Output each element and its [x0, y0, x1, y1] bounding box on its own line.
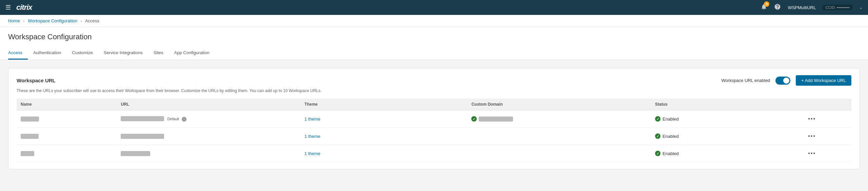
row-2-custom-domain — [467, 128, 651, 145]
col-header-status: Status — [651, 99, 801, 110]
row-3-name: ••••• ••• — [17, 145, 117, 162]
breadcrumb-home[interactable]: Home — [8, 18, 20, 23]
help-icon[interactable] — [774, 3, 781, 12]
tab-service-integrations[interactable]: Service Integrations — [98, 47, 148, 60]
toggle-label: Workspace URL enabled — [722, 78, 770, 83]
row-3-actions: ••• — [801, 145, 851, 162]
row-1-domain-value: •••••••••••••••••••••• — [479, 116, 513, 122]
row-2-more-button[interactable]: ••• — [805, 132, 818, 141]
workspace-url-card: Workspace URL Workspace URL enabled + Ad… — [8, 68, 860, 169]
tabs-container: Access Authentication Customize Service … — [8, 47, 860, 60]
col-header-custom-domain: Custom Domain — [467, 99, 651, 110]
citrix-logo: citrix — [16, 3, 32, 12]
breadcrumb: Home › Workspace Configuration › Access — [0, 15, 868, 27]
col-header-name: Name — [17, 99, 117, 110]
row-2-actions: ••• — [801, 128, 851, 145]
top-navigation: ☰ citrix 8 WSPMultiURL CCID: •••••••••• … — [0, 0, 868, 15]
tab-customize[interactable]: Customize — [66, 47, 98, 60]
row-1-status-text: Enabled — [663, 116, 679, 122]
row-1-actions: ••• — [801, 110, 851, 128]
page-header: Workspace Configuration Access Authentic… — [0, 27, 868, 60]
notification-badge: 8 — [764, 1, 769, 7]
topnav-left: ☰ citrix — [5, 3, 32, 12]
row-3-status-text: Enabled — [663, 151, 679, 156]
row-1-info-icon[interactable]: i — [182, 117, 186, 122]
row-2-theme-link[interactable]: 1 theme — [304, 134, 320, 139]
card-header-right: Workspace URL enabled + Add Workspace UR… — [722, 75, 851, 86]
notifications-icon[interactable]: 8 — [761, 3, 767, 12]
workspace-url-toggle[interactable] — [775, 77, 790, 85]
ccid-display: CCID: •••••••••• — [823, 5, 852, 10]
tab-app-configuration[interactable]: App Configuration — [169, 47, 215, 60]
row-1-status-icon — [655, 116, 660, 122]
table-row: ••••• •••• • •••••••••••••••••••••••••••… — [17, 128, 851, 145]
row-1-name: ••••••• •••• — [17, 110, 117, 128]
breadcrumb-sep-1: › — [23, 18, 24, 23]
row-3-more-button[interactable]: ••• — [805, 149, 818, 158]
row-3-status: Enabled — [651, 145, 801, 162]
row-3-status-icon — [655, 151, 660, 156]
row-1-default-badge: Default — [167, 117, 179, 121]
row-3-url-link[interactable]: ••••••••••••••••••• — [121, 151, 150, 156]
main-content: Workspace URL Workspace URL enabled + Ad… — [0, 60, 868, 177]
username-display[interactable]: WSPMultiURL — [788, 5, 816, 10]
col-header-actions — [801, 99, 851, 110]
card-title: Workspace URL — [17, 78, 56, 83]
row-2-status-icon — [655, 133, 660, 139]
breadcrumb-sep-2: › — [81, 18, 82, 23]
row-2-theme: 1 theme — [300, 128, 467, 145]
row-1-status: Enabled — [651, 110, 801, 128]
workspace-url-table: Name URL Theme Custom Domain Status ••••… — [17, 99, 851, 162]
row-1-more-button[interactable]: ••• — [805, 114, 818, 123]
page-title: Workspace Configuration — [8, 33, 860, 41]
table-header-row: Name URL Theme Custom Domain Status — [17, 99, 851, 110]
col-header-url: URL — [117, 99, 300, 110]
topnav-right: 8 WSPMultiURL CCID: •••••••••• ⌄ — [761, 3, 863, 12]
row-1-theme: 1 theme — [300, 110, 467, 128]
row-2-name: ••••• •••• • — [17, 128, 117, 145]
card-description: These are the URLs your subscriber will … — [17, 88, 851, 93]
row-2-status-text: Enabled — [663, 134, 679, 139]
breadcrumb-current: Access — [85, 18, 99, 23]
row-1-url-link[interactable]: •••••••••••••••••••••••••••• — [121, 116, 164, 121]
add-workspace-url-button[interactable]: + Add Workspace URL — [796, 75, 851, 86]
row-1-url: •••••••••••••••••••••••••••• Default i — [117, 110, 300, 128]
row-3-theme: 1 theme — [300, 145, 467, 162]
row-3-theme-link[interactable]: 1 theme — [304, 151, 320, 156]
row-2-url: •••••••••••••••••••••••••••• — [117, 128, 300, 145]
card-header: Workspace URL Workspace URL enabled + Ad… — [17, 75, 851, 86]
row-3-custom-domain — [467, 145, 651, 162]
hamburger-menu[interactable]: ☰ — [5, 4, 11, 11]
table-row: ••••••• •••• •••••••••••••••••••••••••••… — [17, 110, 851, 128]
row-1-theme-link[interactable]: 1 theme — [304, 116, 320, 122]
user-menu-chevron[interactable]: ⌄ — [859, 5, 863, 10]
tab-authentication[interactable]: Authentication — [28, 47, 66, 60]
row-1-domain-verified-icon — [471, 116, 477, 122]
tab-sites[interactable]: Sites — [148, 47, 169, 60]
breadcrumb-workspace-config[interactable]: Workspace Configuration — [28, 18, 77, 23]
row-3-url: ••••••••••••••••••• — [117, 145, 300, 162]
col-header-theme: Theme — [300, 99, 467, 110]
table-row: ••••• ••• ••••••••••••••••••• 1 theme En… — [17, 145, 851, 162]
row-2-status: Enabled — [651, 128, 801, 145]
tab-access[interactable]: Access — [8, 47, 28, 60]
row-1-custom-domain: •••••••••••••••••••••• — [467, 110, 651, 128]
row-2-url-link[interactable]: •••••••••••••••••••••••••••• — [121, 134, 164, 139]
